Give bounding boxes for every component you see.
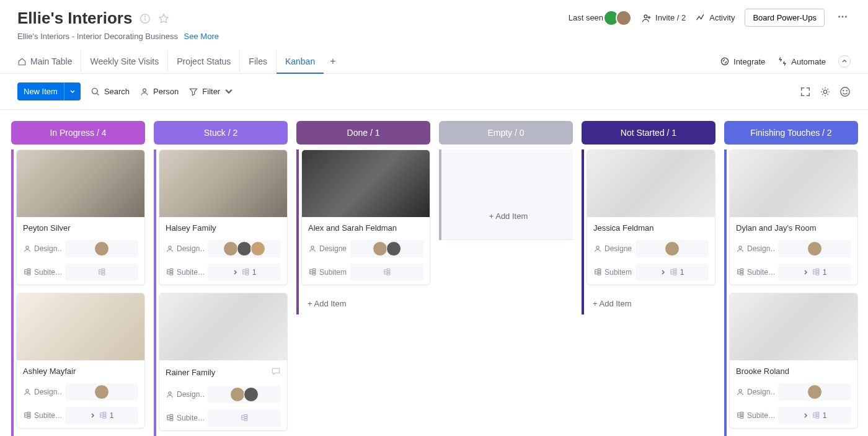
kanban-board: In Progress / 4 Peyton Silver Design… Su…: [0, 110, 868, 436]
svg-rect-19: [102, 273, 105, 275]
svg-rect-66: [816, 412, 819, 414]
tab-project-status[interactable]: Project Status: [168, 50, 240, 73]
activity-button[interactable]: Activity: [696, 13, 735, 23]
svg-point-27: [169, 246, 171, 249]
designer-value[interactable]: [778, 383, 851, 401]
automate-button[interactable]: Automate: [777, 56, 826, 66]
column-header[interactable]: In Progress / 4: [11, 121, 145, 145]
invite-button[interactable]: Invite / 2: [642, 13, 686, 23]
subitems-value[interactable]: 1: [636, 264, 709, 281]
svg-point-48: [596, 246, 599, 249]
kanban-card[interactable]: Alex and Sarah Feldman Designer Subitems: [301, 149, 430, 285]
new-item-button[interactable]: New Item: [17, 82, 81, 100]
svg-rect-40: [244, 419, 247, 420]
comment-icon[interactable]: [271, 367, 281, 378]
svg-rect-49: [598, 269, 601, 270]
column-header[interactable]: Empty / 0: [439, 121, 573, 145]
svg-point-20: [26, 389, 29, 392]
see-more-link[interactable]: See More: [184, 32, 219, 41]
svg-rect-15: [27, 271, 30, 273]
subitems-value[interactable]: 1: [778, 264, 851, 281]
designer-label: Designer: [308, 244, 347, 253]
search-button[interactable]: Search: [91, 87, 130, 97]
column-header[interactable]: Done / 1: [296, 121, 430, 145]
svg-rect-23: [27, 416, 30, 418]
svg-rect-43: [312, 271, 316, 273]
svg-point-4: [842, 16, 844, 18]
svg-rect-30: [170, 273, 173, 275]
kanban-card[interactable]: Dylan and Jay's Room Design… Subite… 1: [729, 149, 858, 285]
subitems-value[interactable]: [208, 409, 281, 427]
subitems-label: Subite…: [166, 268, 204, 277]
tab-files[interactable]: Files: [240, 50, 277, 73]
card-image: [587, 150, 715, 217]
subitems-value[interactable]: 1: [65, 407, 138, 424]
svg-rect-60: [816, 271, 819, 273]
gear-icon[interactable]: [820, 86, 831, 97]
kanban-card[interactable]: Jessica Feldman Designer Subitems 1: [587, 149, 715, 285]
star-icon[interactable]: [158, 13, 169, 24]
svg-rect-56: [740, 269, 743, 270]
smile-icon[interactable]: [839, 86, 851, 97]
tab-main-table[interactable]: Main Table: [17, 50, 81, 73]
subitems-value[interactable]: 1: [778, 407, 851, 424]
column-header[interactable]: Stuck / 2: [154, 121, 288, 145]
page-title: Ellie's Interiors: [17, 9, 132, 28]
tab-weekly[interactable]: Weekly Site Visits: [81, 50, 168, 73]
svg-rect-18: [102, 271, 105, 273]
designer-value[interactable]: [208, 386, 281, 403]
designer-value[interactable]: [636, 240, 709, 257]
svg-point-41: [311, 246, 314, 249]
kanban-card[interactable]: Ashley Mayfair Design… Subite… 1: [16, 293, 145, 429]
kanban-card[interactable]: Peyton Silver Design… Subite…: [16, 149, 145, 285]
kanban-card[interactable]: Rainer Family Design… Subite…: [159, 293, 288, 431]
card-image: [159, 150, 287, 217]
svg-point-10: [841, 87, 849, 96]
info-icon[interactable]: [140, 13, 151, 24]
svg-rect-46: [387, 271, 390, 273]
filter-button[interactable]: Filter: [188, 87, 234, 97]
svg-point-1: [145, 16, 146, 16]
designer-value[interactable]: [65, 240, 138, 257]
add-view-button[interactable]: +: [324, 50, 342, 73]
add-item-button[interactable]: + Add Item: [587, 293, 715, 314]
svg-point-9: [823, 90, 826, 93]
card-title: Dylan and Jay's Room: [730, 217, 857, 238]
designer-value[interactable]: [350, 240, 423, 257]
svg-rect-24: [103, 412, 106, 414]
last-seen[interactable]: Last seen: [569, 10, 632, 26]
svg-rect-65: [740, 416, 743, 418]
svg-rect-28: [170, 269, 173, 270]
more-icon[interactable]: [835, 9, 851, 27]
add-item-button[interactable]: + Add Item: [444, 205, 573, 227]
subitems-value[interactable]: [350, 264, 423, 281]
add-item-button[interactable]: + Add Item: [301, 293, 430, 314]
integrate-button[interactable]: Integrate: [720, 56, 765, 66]
svg-rect-42: [312, 269, 316, 270]
kanban-card[interactable]: Halsey Family Design… Subite… 1: [159, 149, 288, 285]
svg-rect-17: [102, 269, 105, 270]
subitems-value[interactable]: [65, 264, 138, 281]
kanban-card[interactable]: Brooke Roland Design… Subite… 1: [729, 293, 858, 429]
svg-point-34: [169, 392, 171, 394]
designer-value[interactable]: [778, 240, 851, 257]
svg-rect-35: [170, 414, 173, 416]
tab-kanban[interactable]: Kanban: [277, 50, 324, 74]
svg-rect-54: [673, 273, 676, 275]
designer-value[interactable]: [208, 240, 281, 257]
powerups-button[interactable]: Board Power-Ups: [745, 9, 825, 27]
subitems-value[interactable]: 1: [208, 264, 281, 281]
designer-label: Design…: [166, 390, 204, 399]
expand-icon[interactable]: [800, 86, 811, 97]
chevron-down-icon[interactable]: [64, 82, 81, 100]
svg-rect-33: [246, 273, 249, 275]
collapse-button[interactable]: [838, 55, 851, 68]
svg-point-55: [739, 246, 742, 249]
designer-label: Design…: [166, 244, 204, 253]
column-header[interactable]: Finishing Touches / 2: [724, 121, 858, 145]
designer-value[interactable]: [65, 383, 138, 401]
column-header[interactable]: Not Started / 1: [582, 121, 715, 145]
card-title: Brooke Roland: [730, 360, 857, 381]
person-filter-button[interactable]: Person: [140, 87, 179, 97]
card-title: Rainer Family: [159, 360, 287, 383]
